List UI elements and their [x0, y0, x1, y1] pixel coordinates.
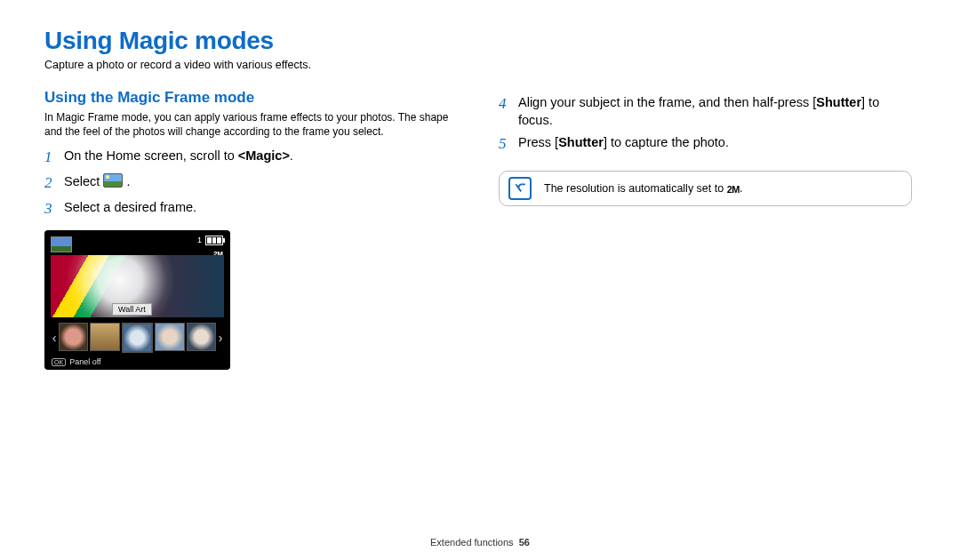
- frame-thumbnails: [59, 323, 216, 353]
- panel-off-label: Panel off: [69, 357, 100, 366]
- left-column: Using the Magic Frame mode In Magic Fram…: [44, 89, 458, 370]
- content-columns: Using the Magic Frame mode In Magic Fram…: [44, 89, 916, 370]
- step-body: Align your subject in the frame, and the…: [518, 94, 912, 129]
- battery-icon: [205, 236, 223, 245]
- magic-frame-mode-icon: [103, 173, 123, 188]
- resolution-glyph: 2M: [727, 184, 740, 195]
- footer-section: Extended functions: [430, 537, 514, 548]
- step-text: Align your subject in the frame, and the…: [518, 95, 816, 109]
- page-number: 56: [519, 537, 530, 548]
- step-text: .: [290, 148, 293, 163]
- step-number: 2: [44, 173, 64, 194]
- frame-thumbnail: [187, 323, 216, 351]
- section-heading: Using the Magic Frame mode: [44, 89, 458, 107]
- page-footer: Extended functions 56: [0, 537, 960, 548]
- frame-thumbnail: [90, 323, 119, 351]
- step-number: 1: [44, 148, 64, 168]
- step-3: 3 Select a desired frame.: [44, 199, 458, 220]
- step-body: Select .: [64, 173, 458, 191]
- step-number: 3: [44, 199, 64, 220]
- note-pre: The resolution is automatically set to: [544, 182, 727, 195]
- step-text: Press [: [518, 135, 558, 149]
- step-text: .: [126, 174, 130, 188]
- note-icon: [508, 177, 532, 200]
- step-text: On the Home screen, scroll to: [64, 148, 238, 163]
- carousel-left-arrow-icon: ‹: [50, 324, 59, 352]
- steps-left: 1 On the Home screen, scroll to <Magic>.…: [44, 148, 458, 220]
- step-text: Select: [64, 174, 103, 188]
- right-column: 4 Align your subject in the frame, and t…: [499, 89, 912, 370]
- camera-screen-illustration: 1 2M Wall Art ‹ › OK: [44, 230, 230, 370]
- step-number: 5: [499, 134, 518, 155]
- preview-thumbnail-icon: [51, 236, 72, 252]
- frame-carousel: ‹ ›: [50, 324, 225, 352]
- carousel-right-arrow-icon: ›: [216, 324, 225, 352]
- frame-name-label: Wall Art: [112, 303, 152, 316]
- section-intro: In Magic Frame mode, you can apply vario…: [44, 110, 458, 139]
- step-1: 1 On the Home screen, scroll to <Magic>.: [44, 148, 458, 168]
- ok-button-icon: OK: [52, 358, 66, 366]
- step-text: Select a desired frame.: [64, 199, 458, 217]
- frame-thumbnail: [155, 323, 184, 351]
- steps-right: 4 Align your subject in the frame, and t…: [499, 94, 912, 155]
- panel-off-hint: OK Panel off: [52, 357, 101, 366]
- step-text: ] to capture the photo.: [604, 135, 729, 149]
- frame-thumbnail: [59, 323, 88, 351]
- page-title: Using Magic modes: [44, 27, 916, 55]
- step-2: 2 Select .: [44, 173, 458, 194]
- step-4: 4 Align your subject in the frame, and t…: [499, 94, 912, 129]
- note-text: The resolution is automatically set to 2…: [544, 182, 742, 195]
- step-body: Press [Shutter] to capture the photo.: [518, 134, 912, 152]
- page-intro: Capture a photo or record a video with v…: [44, 59, 916, 71]
- step-bold: Shutter: [816, 95, 861, 109]
- note-box: The resolution is automatically set to 2…: [499, 171, 912, 206]
- step-5: 5 Press [Shutter] to capture the photo.: [499, 134, 912, 155]
- shots-remaining: 1: [197, 236, 202, 244]
- frame-thumbnail-selected: [122, 323, 153, 353]
- step-bold: <Magic>: [238, 148, 290, 163]
- step-number: 4: [499, 94, 518, 115]
- page: Using Magic modes Capture a photo or rec…: [0, 0, 960, 560]
- step-bold: Shutter: [558, 135, 604, 149]
- note-post: .: [740, 182, 742, 195]
- step-body: On the Home screen, scroll to <Magic>.: [64, 148, 458, 165]
